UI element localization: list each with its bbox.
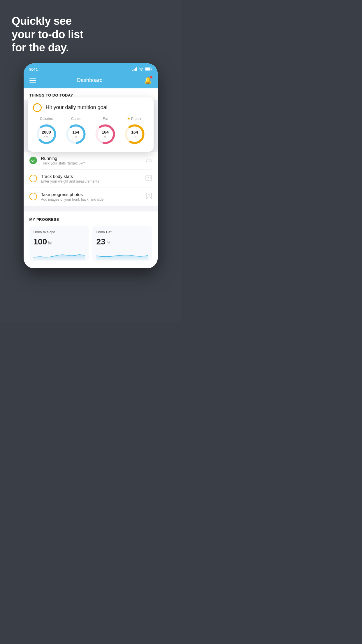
todo-body-stats-content: Track body stats Enter your weight and m… [41,174,141,183]
scale-icon [145,175,152,182]
todo-running-title: Running [41,156,141,161]
fat-value: 164 [102,130,108,134]
calories-unit: cal [42,134,51,138]
fat-donut: 164 g [94,123,117,146]
todo-photos-circle [29,193,37,200]
todo-running-subtitle: Track your stats (target: 5km) [41,161,141,165]
todo-running-circle [29,157,37,164]
carbs-donut: 164 g [64,123,87,146]
progress-section: MY PROGRESS Body Weight 100 kg [24,211,158,261]
todo-photos[interactable]: Take progress photos Add images of your … [29,188,152,206]
fat-item: Fat 164 g [94,117,117,146]
svg-rect-3 [136,67,137,71]
protein-unit: g [131,134,138,138]
fat-label: Fat [103,117,108,121]
nutrition-stats: Calories 2000 cal [33,117,148,146]
person-photo-icon [146,193,152,201]
phone-screen: 9:41 [24,63,158,268]
nav-title: Dashboard [77,77,103,83]
body-weight-value-row: 100 kg [34,237,85,246]
signal-icon [132,67,137,71]
protein-donut: 164 g [123,123,146,146]
body-fat-card: Body Fat 23 % [92,226,152,261]
body-fat-title: Body Fat [96,230,148,234]
progress-cards: Body Weight 100 kg [29,226,152,261]
body-fat-sparkline [96,250,148,260]
protein-label: ★ Protein [127,117,142,121]
todo-list: Running Track your stats (target: 5km) [24,152,158,206]
bell-icon[interactable]: 🔔 [144,77,152,84]
goal-row: Hit your daily nutrition goal [33,103,148,112]
svg-point-16 [148,177,149,178]
page-background: Quickly see your to-do list for the day.… [0,0,181,322]
todo-photos-content: Take progress photos Add images of your … [41,192,142,202]
protein-star-icon: ★ [127,117,130,121]
calories-label: Calories [40,117,53,121]
protein-value: 164 [131,130,138,134]
fat-unit: g [102,134,108,138]
svg-rect-1 [133,69,134,71]
carbs-unit: g [72,134,79,138]
todo-photos-subtitle: Add images of your front, back, and side [41,197,142,202]
todo-body-stats-circle [29,175,37,182]
calories-donut: 2000 cal [35,123,58,146]
todo-running[interactable]: Running Track your stats (target: 5km) [29,152,152,170]
body-fat-value: 23 [96,237,106,246]
todo-body-stats[interactable]: Track body stats Enter your weight and m… [29,170,152,188]
svg-rect-0 [132,70,133,71]
nav-bar: Dashboard 🔔 [24,74,158,88]
status-time: 9:41 [29,67,38,72]
todo-body-stats-title: Track body stats [41,174,141,179]
carbs-value: 164 [72,130,79,134]
nutrition-card: Hit your daily nutrition goal Calories [28,97,154,152]
body-weight-unit: kg [48,241,52,245]
carbs-item: Carbs 164 g [64,117,87,146]
hamburger-menu[interactable] [29,78,36,83]
shoe-icon [145,157,152,164]
status-bar: 9:41 [24,63,158,74]
svg-point-18 [148,194,150,196]
todo-body-stats-subtitle: Enter your weight and measurements [41,179,141,183]
calories-item: Calories 2000 cal [35,117,58,146]
status-icons [132,67,152,71]
goal-label: Hit your daily nutrition goal [46,104,108,111]
battery-icon [145,67,152,71]
body-weight-sparkline [34,250,85,260]
phone-bottom [24,261,158,268]
phone-mockup: 9:41 [0,63,181,268]
hero-title: Quickly see your to-do list for the day. [12,15,169,55]
svg-rect-2 [135,68,136,71]
carbs-label: Carbs [71,117,80,121]
todo-running-content: Running Track your stats (target: 5km) [41,156,141,165]
body-fat-value-row: 23 % [96,237,148,246]
protein-item: ★ Protein 164 g [123,117,146,146]
notification-dot [150,76,152,78]
svg-rect-5 [145,68,150,71]
wifi-icon [139,67,143,71]
svg-rect-6 [151,69,152,70]
body-weight-value: 100 [34,237,47,246]
todo-photos-title: Take progress photos [41,192,142,197]
progress-heading: MY PROGRESS [29,217,152,222]
body-fat-unit: % [107,241,110,245]
body-weight-card: Body Weight 100 kg [29,226,89,261]
hero-section: Quickly see your to-do list for the day. [0,0,181,63]
body-weight-title: Body Weight [34,230,85,234]
calories-value: 2000 [42,130,51,134]
goal-circle [33,103,42,112]
